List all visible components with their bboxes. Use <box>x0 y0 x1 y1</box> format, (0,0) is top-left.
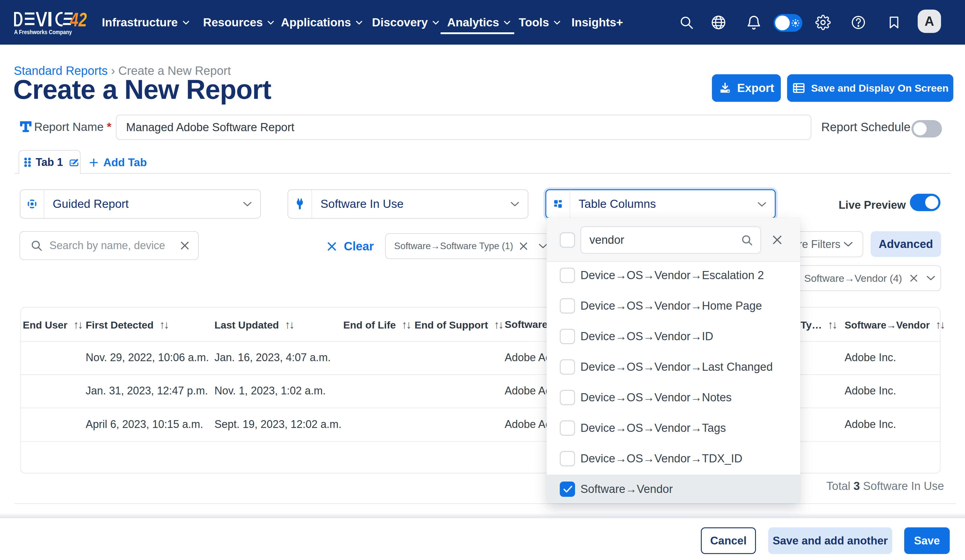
svg-text:A Freshworks Company: A Freshworks Company <box>14 29 72 35</box>
svg-text:42: 42 <box>69 12 87 31</box>
